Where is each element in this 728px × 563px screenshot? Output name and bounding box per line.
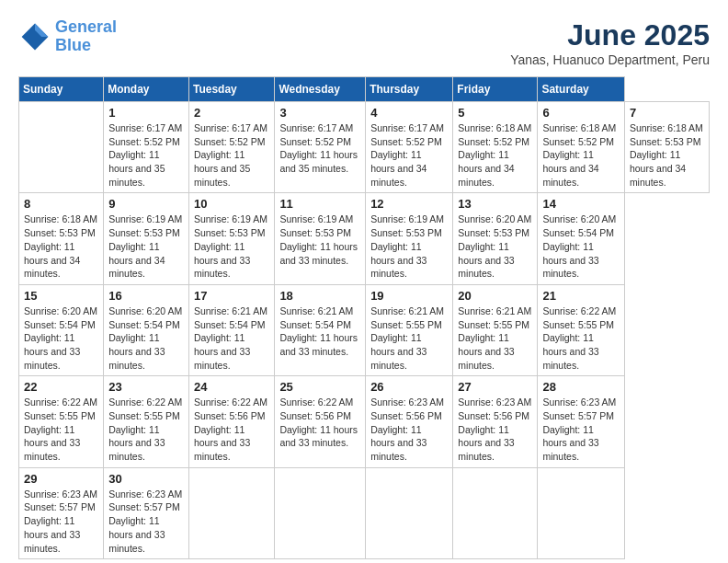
day-info: Sunrise: 6:19 AMSunset: 5:53 PMDaylight:… [370,213,444,279]
calendar-cell: 4 Sunrise: 6:17 AMSunset: 5:52 PMDayligh… [366,102,453,193]
calendar-cell: 15 Sunrise: 6:20 AMSunset: 5:54 PMDaylig… [19,284,104,375]
logo-text: General Blue [55,18,117,55]
day-number: 16 [108,289,184,303]
calendar-cell: 25 Sunrise: 6:22 AMSunset: 5:56 PMDaylig… [275,376,366,467]
calendar-header-row: SundayMondayTuesdayWednesdayThursdayFrid… [19,77,710,102]
calendar-cell: 12 Sunrise: 6:19 AMSunset: 5:53 PMDaylig… [366,193,453,284]
calendar-week-row: 22 Sunrise: 6:22 AMSunset: 5:55 PMDaylig… [19,376,710,467]
calendar-cell [188,467,274,558]
weekday-header: Monday [104,77,189,102]
calendar-cell: 16 Sunrise: 6:20 AMSunset: 5:54 PMDaylig… [104,284,189,375]
calendar-cell: 7 Sunrise: 6:18 AMSunset: 5:53 PMDayligh… [624,102,709,193]
day-number: 6 [542,106,619,120]
weekday-header: Tuesday [188,77,274,102]
calendar-cell: 23 Sunrise: 6:22 AMSunset: 5:55 PMDaylig… [104,376,189,467]
day-number: 27 [458,380,532,394]
day-number: 14 [542,197,619,211]
day-number: 9 [108,197,184,211]
day-number: 4 [370,106,448,120]
day-info: Sunrise: 6:18 AMSunset: 5:53 PMDaylight:… [24,213,97,279]
page-header: General Blue June 2025 Yanas, Huanuco De… [18,18,710,67]
day-number: 18 [279,289,360,303]
day-info: Sunrise: 6:17 AMSunset: 5:52 PMDaylight:… [370,122,444,188]
day-info: Sunrise: 6:19 AMSunset: 5:53 PMDaylight:… [279,213,358,265]
calendar-cell: 27 Sunrise: 6:23 AMSunset: 5:56 PMDaylig… [453,376,538,467]
location: Yanas, Huanuco Department, Peru [510,52,710,67]
calendar-cell: 19 Sunrise: 6:21 AMSunset: 5:55 PMDaylig… [366,284,453,375]
day-info: Sunrise: 6:23 AMSunset: 5:56 PMDaylight:… [458,396,531,462]
day-number: 22 [24,380,98,394]
calendar-cell: 29 Sunrise: 6:23 AMSunset: 5:57 PMDaylig… [19,467,104,558]
calendar-cell: 11 Sunrise: 6:19 AMSunset: 5:53 PMDaylig… [275,193,366,284]
calendar-cell: 22 Sunrise: 6:22 AMSunset: 5:55 PMDaylig… [19,376,104,467]
day-number: 5 [458,106,532,120]
logo-icon [18,20,51,53]
day-number: 30 [108,472,184,486]
day-number: 29 [24,472,98,486]
day-number: 26 [370,380,448,394]
calendar-cell: 1 Sunrise: 6:17 AMSunset: 5:52 PMDayligh… [104,102,189,193]
day-number: 21 [542,289,619,303]
day-number: 25 [279,380,360,394]
day-info: Sunrise: 6:22 AMSunset: 5:55 PMDaylight:… [24,396,97,462]
calendar-cell [453,467,538,558]
day-info: Sunrise: 6:17 AMSunset: 5:52 PMDaylight:… [194,122,267,188]
day-info: Sunrise: 6:21 AMSunset: 5:54 PMDaylight:… [279,305,358,357]
day-info: Sunrise: 6:19 AMSunset: 5:53 PMDaylight:… [194,213,267,279]
day-info: Sunrise: 6:22 AMSunset: 5:55 PMDaylight:… [542,305,616,371]
day-info: Sunrise: 6:23 AMSunset: 5:56 PMDaylight:… [370,396,444,462]
calendar-cell: 21 Sunrise: 6:22 AMSunset: 5:55 PMDaylig… [538,284,624,375]
day-number: 13 [458,197,532,211]
day-number: 12 [370,197,448,211]
calendar-cell [366,467,453,558]
calendar-cell [538,467,624,558]
day-info: Sunrise: 6:22 AMSunset: 5:56 PMDaylight:… [279,396,358,448]
day-number: 28 [542,380,619,394]
calendar-week-row: 29 Sunrise: 6:23 AMSunset: 5:57 PMDaylig… [19,467,710,558]
day-number: 7 [630,106,704,120]
day-info: Sunrise: 6:23 AMSunset: 5:57 PMDaylight:… [24,488,97,554]
day-number: 8 [24,197,98,211]
day-info: Sunrise: 6:18 AMSunset: 5:52 PMDaylight:… [542,122,616,188]
calendar-cell: 20 Sunrise: 6:21 AMSunset: 5:55 PMDaylig… [453,284,538,375]
calendar-cell [275,467,366,558]
day-info: Sunrise: 6:23 AMSunset: 5:57 PMDaylight:… [542,396,616,462]
weekday-header: Thursday [366,77,453,102]
day-number: 2 [194,106,269,120]
logo-blue: Blue [55,36,91,54]
day-info: Sunrise: 6:19 AMSunset: 5:53 PMDaylight:… [108,213,182,279]
calendar-cell: 24 Sunrise: 6:22 AMSunset: 5:56 PMDaylig… [188,376,274,467]
day-info: Sunrise: 6:22 AMSunset: 5:56 PMDaylight:… [194,396,267,462]
calendar-cell: 26 Sunrise: 6:23 AMSunset: 5:56 PMDaylig… [366,376,453,467]
day-info: Sunrise: 6:21 AMSunset: 5:55 PMDaylight:… [458,305,531,371]
calendar-cell [19,102,104,193]
day-number: 10 [194,197,269,211]
calendar-week-row: 8 Sunrise: 6:18 AMSunset: 5:53 PMDayligh… [19,193,710,284]
weekday-header: Sunday [19,77,104,102]
weekday-header: Friday [453,77,538,102]
day-number: 3 [279,106,360,120]
calendar-cell: 13 Sunrise: 6:20 AMSunset: 5:53 PMDaylig… [453,193,538,284]
day-number: 19 [370,289,448,303]
calendar-table: SundayMondayTuesdayWednesdayThursdayFrid… [18,76,710,559]
day-number: 24 [194,380,269,394]
calendar-cell: 2 Sunrise: 6:17 AMSunset: 5:52 PMDayligh… [188,102,274,193]
day-info: Sunrise: 6:18 AMSunset: 5:52 PMDaylight:… [458,122,531,188]
day-info: Sunrise: 6:21 AMSunset: 5:55 PMDaylight:… [370,305,444,371]
calendar-cell: 6 Sunrise: 6:18 AMSunset: 5:52 PMDayligh… [538,102,624,193]
month-year: June 2025 [510,18,710,52]
day-info: Sunrise: 6:18 AMSunset: 5:53 PMDaylight:… [630,122,703,188]
calendar-week-row: 15 Sunrise: 6:20 AMSunset: 5:54 PMDaylig… [19,284,710,375]
day-info: Sunrise: 6:20 AMSunset: 5:54 PMDaylight:… [108,305,182,371]
day-number: 17 [194,289,269,303]
day-info: Sunrise: 6:17 AMSunset: 5:52 PMDaylight:… [279,122,358,174]
day-info: Sunrise: 6:17 AMSunset: 5:52 PMDaylight:… [108,122,182,188]
day-info: Sunrise: 6:21 AMSunset: 5:54 PMDaylight:… [194,305,267,371]
calendar-cell: 10 Sunrise: 6:19 AMSunset: 5:53 PMDaylig… [188,193,274,284]
calendar-cell: 17 Sunrise: 6:21 AMSunset: 5:54 PMDaylig… [188,284,274,375]
weekday-header: Wednesday [275,77,366,102]
calendar-cell: 14 Sunrise: 6:20 AMSunset: 5:54 PMDaylig… [538,193,624,284]
calendar-cell: 28 Sunrise: 6:23 AMSunset: 5:57 PMDaylig… [538,376,624,467]
logo-general: General [55,17,117,36]
calendar-cell: 18 Sunrise: 6:21 AMSunset: 5:54 PMDaylig… [275,284,366,375]
